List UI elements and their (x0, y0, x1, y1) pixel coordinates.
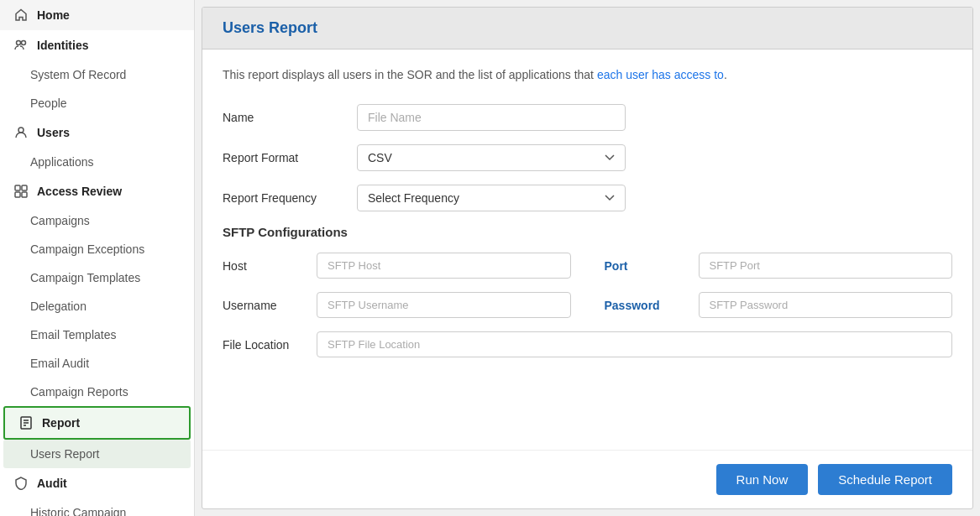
sidebar-item-people-label: People (30, 96, 67, 110)
sftp-username-label: Username (223, 299, 307, 312)
identities-icon (13, 38, 29, 53)
svg-rect-5 (15, 192, 20, 197)
sftp-host-label: Host (223, 259, 307, 273)
svg-point-1 (22, 41, 26, 45)
svg-rect-6 (22, 192, 27, 197)
sidebar-item-campaigns[interactable]: Campaigns (0, 206, 194, 235)
sidebar-item-people[interactable]: People (0, 89, 194, 117)
report-frequency-row: Report Frequency Select Frequency Daily … (223, 185, 952, 211)
sidebar-item-audit-label: Audit (37, 477, 67, 490)
sftp-file-location-input[interactable] (317, 331, 952, 357)
sftp-section-title: SFTP Configurations (223, 225, 952, 239)
report-frequency-label: Report Frequency (223, 191, 357, 205)
sftp-grid: Host Port Username Password (223, 253, 952, 318)
svg-rect-3 (15, 185, 20, 190)
sftp-username-input[interactable] (317, 292, 571, 318)
sidebar-item-delegation-label: Delegation (30, 300, 86, 313)
sidebar-item-access-review-label: Access Review (37, 185, 122, 198)
sidebar-item-audit[interactable]: Audit (0, 468, 194, 498)
sftp-port-input[interactable] (699, 253, 953, 279)
sidebar-item-email-audit-label: Email Audit (30, 357, 89, 370)
sftp-host-row: Host (223, 253, 571, 279)
sidebar-item-campaign-reports-label: Campaign Reports (30, 385, 128, 399)
name-row: Name (223, 104, 952, 131)
sftp-file-location-label: File Location (223, 338, 307, 352)
sidebar-item-email-templates-label: Email Templates (30, 328, 116, 341)
sidebar-item-system-of-record[interactable]: System Of Record (0, 60, 194, 89)
report-icon (18, 415, 34, 430)
footer-actions: Run Now Schedule Report (202, 450, 972, 508)
sftp-file-location-row: File Location (223, 331, 952, 357)
sftp-section: SFTP Configurations Host Port Username (223, 225, 952, 357)
sidebar-item-campaign-templates-label: Campaign Templates (30, 271, 140, 284)
sftp-username-row: Username (223, 292, 571, 318)
sidebar-item-identities[interactable]: Identities (0, 30, 194, 60)
sidebar-item-campaign-exceptions-label: Campaign Exceptions (30, 242, 144, 256)
sidebar-item-email-audit[interactable]: Email Audit (0, 349, 194, 378)
sidebar-item-users-report-label: Users Report (30, 447, 99, 461)
sidebar-item-users[interactable]: Users (0, 117, 194, 148)
sftp-password-input[interactable] (699, 292, 953, 318)
sidebar-item-home[interactable]: Home (0, 0, 194, 30)
sftp-password-label: Password (605, 299, 689, 312)
page-title: Users Report (223, 19, 952, 37)
report-format-label: Report Format (223, 151, 357, 164)
sidebar-item-report-label: Report (42, 416, 80, 430)
sidebar-item-campaign-templates[interactable]: Campaign Templates (0, 263, 194, 292)
run-now-button[interactable]: Run Now (716, 464, 809, 495)
sidebar-item-access-review[interactable]: Access Review (0, 176, 194, 206)
name-label: Name (223, 111, 357, 124)
sftp-port-label: Port (605, 259, 689, 273)
home-icon (13, 8, 29, 23)
sidebar-item-home-label: Home (37, 8, 70, 22)
sidebar-item-email-templates[interactable]: Email Templates (0, 321, 194, 349)
content-area: This report displays all users in the SO… (202, 50, 972, 450)
sidebar-item-delegation[interactable]: Delegation (0, 292, 194, 321)
sidebar-item-report[interactable]: Report (3, 406, 191, 440)
sidebar-item-users-report[interactable]: Users Report (3, 440, 191, 468)
sidebar: Home Identities System Of Record People … (0, 0, 195, 516)
svg-rect-4 (22, 185, 27, 190)
main-content: Users Report This report displays all us… (202, 7, 973, 509)
user-icon (13, 125, 29, 140)
sftp-host-input[interactable] (317, 253, 571, 279)
report-frequency-select[interactable]: Select Frequency Daily Weekly Monthly (357, 185, 626, 211)
shield-icon (13, 476, 29, 491)
report-format-row: Report Format CSV Excel PDF (223, 144, 952, 171)
page-header: Users Report (202, 8, 972, 50)
sidebar-item-campaign-exceptions[interactable]: Campaign Exceptions (0, 235, 194, 263)
sidebar-item-historic-campaign[interactable]: Historic Campaign (0, 498, 194, 516)
svg-point-0 (17, 41, 21, 45)
schedule-report-button[interactable]: Schedule Report (818, 464, 952, 495)
sidebar-item-campaign-reports[interactable]: Campaign Reports (0, 378, 194, 406)
sidebar-item-historic-campaign-label: Historic Campaign (30, 506, 126, 516)
sftp-port-row: Port (605, 253, 953, 279)
svg-point-2 (18, 128, 24, 133)
report-format-select[interactable]: CSV Excel PDF (357, 144, 626, 171)
grid-icon (13, 184, 29, 199)
sftp-password-row: Password (605, 292, 953, 318)
page-description: This report displays all users in the SO… (223, 66, 952, 84)
name-input[interactable] (357, 104, 626, 131)
sidebar-item-applications-label: Applications (30, 155, 94, 169)
sidebar-item-campaigns-label: Campaigns (30, 214, 90, 227)
sidebar-item-users-label: Users (37, 126, 70, 139)
sidebar-item-sor-label: System Of Record (30, 68, 126, 81)
sidebar-item-identities-label: Identities (37, 39, 88, 52)
sidebar-item-applications[interactable]: Applications (0, 148, 194, 176)
